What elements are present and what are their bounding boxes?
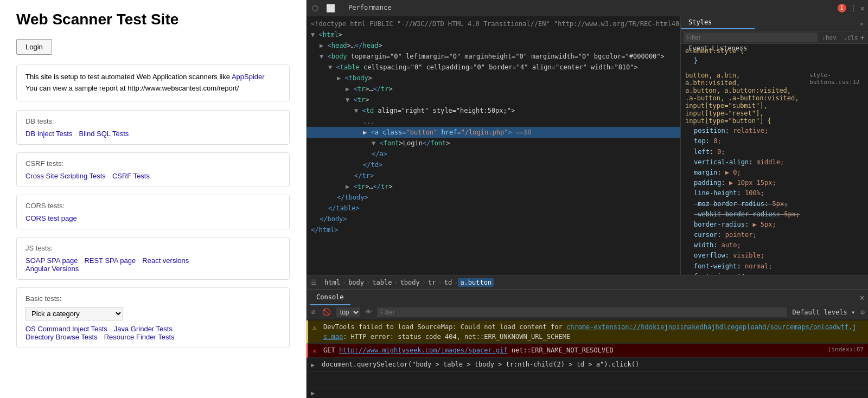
style-property: overflow: visible;	[685, 251, 864, 261]
test-section: DB tests:DB Inject TestsBlind SQL Tests	[16, 110, 290, 145]
styles-panel: StylesComputedEvent Listeners » :hov .cl…	[681, 16, 868, 275]
console-input-row: ▶	[307, 388, 868, 398]
html-line[interactable]: </a>	[307, 149, 680, 159]
html-line[interactable]: ▶ <tr>…</tr>	[307, 181, 680, 192]
test-section-links: DB Inject TestsBlind SQL Tests	[25, 130, 280, 138]
styles-filter-hint: :hov .cls	[822, 34, 858, 41]
styles-filter-input[interactable]	[684, 33, 818, 42]
html-line[interactable]: ▶ <tr>…</tr>	[307, 84, 680, 94]
message-icon: ⚠	[312, 323, 320, 332]
styles-filter-row: :hov .cls +	[681, 31, 868, 44]
test-section: CSRF tests:Cross Site Scripting TestsCSR…	[16, 152, 290, 187]
styles-add-icon[interactable]: +	[860, 33, 865, 42]
html-line[interactable]: ▼ <td align="right" style="height:50px;"…	[307, 105, 680, 116]
test-link[interactable]: CORS test page	[25, 214, 77, 222]
html-line[interactable]: </td>	[307, 159, 680, 170]
devtools-tab-bar: ⬡ ⬜ ElementsConsoleSourcesNetworkPerform…	[307, 0, 868, 16]
test-link[interactable]: Resource Finder Tests	[104, 333, 175, 341]
console-tab[interactable]: Console	[310, 290, 350, 305]
test-section-title: CORS tests:	[25, 202, 280, 210]
console-panel: Console ✕ ⊘ 🚫 top 👁 Default levels ▾ ⚙ ⚠…	[307, 290, 868, 398]
html-line[interactable]: </html>	[307, 224, 680, 235]
message-link[interactable]: chrome-extension://hdokiejnpiimakedhajhd…	[323, 323, 857, 341]
console-context-select[interactable]: top	[336, 307, 360, 317]
error-counter: 1	[838, 4, 846, 12]
breadcrumb-item[interactable]: html	[322, 278, 342, 287]
test-link[interactable]: Directory Browse Tests	[25, 333, 98, 341]
login-button[interactable]: Login	[16, 39, 52, 55]
style-property: position: relative;	[685, 126, 864, 136]
styles-content: element.style { } button, a.btn,a.btn:vi…	[681, 44, 868, 275]
styles-tab-styles[interactable]: Styles	[681, 16, 755, 29]
html-line[interactable]: ▼ <tr>	[307, 94, 680, 105]
html-line[interactable]: ▶ <head>…</head>	[307, 40, 680, 51]
html-line[interactable]: <!doctype html PUBLIC "-//W3C//DTD HTML …	[307, 18, 680, 29]
element-style-close: }	[685, 56, 864, 66]
html-line[interactable]: ▼ <html>	[307, 29, 680, 40]
console-messages: ⚠DevTools failed to load SourceMap: Coul…	[307, 319, 868, 388]
html-line[interactable]: </table>	[307, 203, 680, 214]
test-sections: DB tests:DB Inject TestsBlind SQL TestsC…	[16, 110, 290, 348]
html-line[interactable]: </tr>	[307, 170, 680, 181]
console-input[interactable]	[318, 389, 864, 397]
console-filter-input[interactable]	[377, 307, 787, 317]
device-icon[interactable]: ⬜	[324, 3, 337, 14]
test-section: CORS tests:CORS test page	[16, 195, 290, 229]
console-filter-icon[interactable]: 🚫	[321, 307, 333, 317]
test-link[interactable]: React versions	[142, 256, 189, 265]
devtools-tab-performance[interactable]: Performance	[342, 0, 398, 16]
breadcrumb-item[interactable]: tr	[426, 278, 438, 287]
console-message: ⚠DevTools failed to load SourceMap: Coul…	[307, 320, 868, 344]
html-line[interactable]: ▼ <font>Login</font>	[307, 138, 680, 149]
button-style-source[interactable]: style-buttons.css:12	[809, 72, 864, 126]
test-link[interactable]: OS Command Inject Tests	[25, 325, 107, 333]
html-line[interactable]: ▼ <body topmargin="0" leftmargin="0" mar…	[307, 51, 680, 62]
html-line[interactable]: </body>	[307, 214, 680, 224]
breadcrumb-item[interactable]: tbody	[398, 278, 422, 287]
page-title: Web Scanner Test Site	[16, 11, 290, 28]
breadcrumb-item[interactable]: body	[346, 278, 366, 287]
more-icon[interactable]: ⋮	[850, 4, 857, 12]
style-property: top: 0;	[685, 136, 864, 146]
breadcrumb-menu-icon[interactable]: ☰	[311, 279, 317, 286]
test-link[interactable]: DB Inject Tests	[25, 130, 72, 138]
webpage-panel: Web Scanner Test Site Login This site is…	[0, 0, 307, 398]
devtools-bottom: ☰ html›body›table›tbody›tr›td›a.button C…	[307, 275, 868, 398]
category-select[interactable]: Pick a category	[25, 307, 123, 320]
console-gear-icon[interactable]: ⚙	[860, 308, 865, 316]
breadcrumb-item[interactable]: a.button	[458, 278, 494, 287]
html-line[interactable]: ▶ <tbody>	[307, 73, 680, 84]
style-property: vertical-align: middle;	[685, 157, 864, 168]
test-link[interactable]: CSRF Tests	[112, 172, 150, 180]
test-link[interactable]: Cross Site Scripting Tests	[25, 172, 106, 180]
message-text: document.querySelector("body > table > t…	[322, 360, 639, 369]
test-link[interactable]: REST SPA page	[84, 256, 136, 265]
close-icon[interactable]: ✕	[860, 4, 865, 12]
message-link[interactable]: http://www.mightyseek.com/images/spacer.…	[339, 346, 508, 354]
test-section-title: JS tests:	[25, 244, 280, 252]
breadcrumb-separator: ›	[394, 279, 398, 286]
inspect-icon[interactable]: ⬡	[310, 3, 321, 14]
breadcrumb-item[interactable]: td	[442, 278, 454, 287]
html-line[interactable]: ...	[307, 116, 680, 127]
html-line[interactable]: ▶ <a class="button" href="/login.php"> =…	[307, 127, 680, 138]
test-link[interactable]: Java Grinder Tests	[114, 325, 173, 333]
test-link[interactable]: Angular Versions	[25, 265, 79, 273]
styles-more-icon[interactable]: »	[856, 16, 868, 31]
html-line[interactable]: ▼ <table cellspacing="0" cellpadding="0"…	[307, 62, 680, 73]
html-line[interactable]: </tbody>	[307, 192, 680, 203]
console-levels-select[interactable]: Default levels ▾	[790, 308, 858, 317]
console-close-icon[interactable]: ✕	[859, 292, 865, 303]
message-text: GET http://www.mightyseek.com/images/spa…	[323, 345, 614, 355]
console-eye-icon[interactable]: 👁	[363, 307, 374, 317]
breadcrumb-bar: ☰ html›body›table›tbody›tr›td›a.button	[307, 275, 868, 290]
style-property: -webkit-border-radius: 5px;	[685, 209, 864, 220]
test-link[interactable]: SOAP SPA page	[25, 256, 78, 265]
style-property: border-radius: ▶ 5px;	[685, 220, 864, 230]
console-clear-icon[interactable]: ⊘	[310, 307, 317, 317]
breadcrumb-item[interactable]: table	[370, 278, 394, 287]
console-tab-bar: Console ✕	[307, 290, 868, 305]
test-link[interactable]: Blind SQL Tests	[79, 130, 129, 138]
button-props: position: relative;top: 0;left: 0;vertic…	[685, 126, 864, 275]
appspider-link[interactable]: AppSpider	[232, 73, 265, 81]
